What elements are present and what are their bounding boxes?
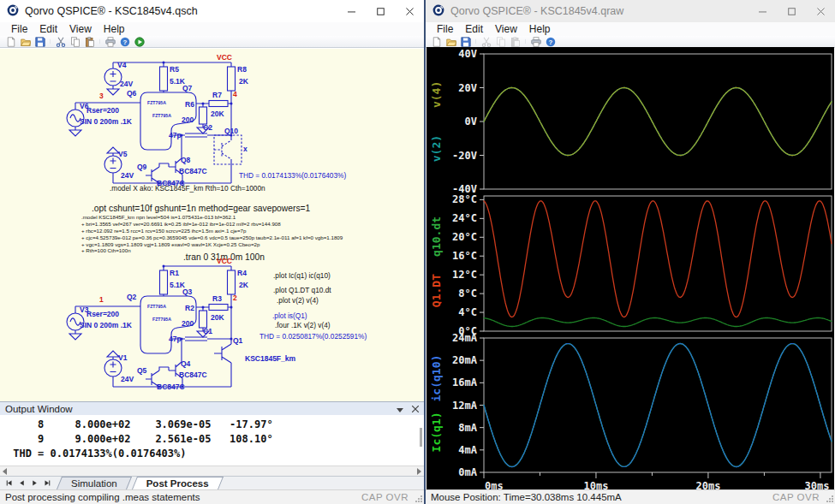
waveform-titlebar[interactable]: Qorvo QSPICE® - KSC1845v4.qraw [426,0,835,22]
schematic-label-bc847c[interactable]: BC847C [179,371,207,379]
tab-prev-icon[interactable] [15,478,27,489]
schematic-label-q9[interactable]: Q9 [137,163,147,171]
print-icon[interactable] [103,36,117,47]
new-document-icon[interactable] [429,36,444,47]
schematic-label-q10[interactable]: Q10 [224,127,238,135]
schematic-label-2k[interactable]: 2K [239,77,249,86]
legend-v-4[interactable]: v(4) [430,81,443,108]
schematic-label-q2[interactable]: Q2 [127,293,137,301]
schematic-label-r1[interactable]: R1 [170,269,179,277]
schematic-label-cjc-4-525739e-012-pe-0-36-pc[interactable]: + cjc=4.525739e-012 pe=0.36 pc=0.3659045… [81,234,343,240]
schematic-label-q1[interactable]: Q1 [233,336,243,345]
schematic-label-q7[interactable]: Q7 [182,84,193,92]
schematic-label-vgc-1-1809-vgs-1-1809-vgj-1-[interactable]: + vgc=1.1809 vgs=1.1809 vgj=1.1809 exavl… [81,241,260,247]
schematic-label-ksc1845f-km[interactable]: KSC1845F_km [245,354,296,363]
schematic-label-thd-0-0250817-0-0252591[interactable]: THD = 0.0250817%(0.0252591%) [259,332,367,341]
output-dropdown-icon[interactable] [397,404,403,414]
paste-icon[interactable] [82,36,97,47]
schematic-label-47p[interactable]: 47p [169,131,182,139]
menu-edit[interactable]: Edit [33,23,63,35]
schematic-label-q6[interactable]: Q6 [127,89,137,98]
legend-v-2[interactable]: v(2) [430,135,443,162]
schematic-label-fzt795a[interactable]: FZT795A [152,317,171,322]
schematic-label-q5[interactable]: Q5 [137,366,147,375]
schematic-label-2[interactable]: 2 [233,294,237,302]
plot-box-2[interactable] [484,196,832,331]
menu-view[interactable]: View [489,23,523,35]
schematic-label-v1[interactable]: V1 [118,353,128,362]
help-icon[interactable]: ? [117,36,132,47]
schematic-label-r2[interactable]: R2 [185,304,194,312]
schematic-label-20k[interactable]: 20K [211,110,224,118]
schematic-label-bc847c[interactable]: BC847C [179,167,207,175]
schematic-label-r6[interactable]: R6 [185,100,194,109]
schematic-label-20k[interactable]: 20K [211,313,224,322]
plot-box-1[interactable] [484,54,832,189]
minimize-button[interactable] [748,0,777,22]
schematic-label-fzt795a[interactable]: FZT795A [147,304,166,309]
legend-q1-dt[interactable]: Q1.DT [430,274,443,307]
schematic-label-24v[interactable]: 24V [120,80,133,88]
schematic-label-2k[interactable]: 2K [239,281,249,289]
schematic-titlebar[interactable]: Qorvo QSPICE® - KSC1845v4.qsch [0,0,424,22]
schematic-label-q8[interactable]: Q8 [181,156,191,164]
close-button[interactable] [395,0,424,22]
schematic-label-24v[interactable]: 24V [121,171,134,180]
schematic-label-200[interactable]: 200 [182,319,194,328]
schematic-label-q3[interactable]: Q3 [182,288,193,296]
resize-grip[interactable] [415,495,422,502]
tab-last-icon[interactable] [41,478,53,489]
open-folder-icon[interactable] [444,36,458,47]
menu-view[interactable]: View [63,23,98,35]
schematic-label-fzt795a[interactable]: FZT795A [152,113,171,118]
tab-post-process[interactable]: Post Process [134,477,221,489]
schematic-label-1[interactable]: 1 [99,295,104,304]
new-document-icon[interactable] [3,36,18,47]
schematic-label-bri-1-3565-vef-267-ver-20-66[interactable]: + bri=1.3565 vef=267 ver=20.6691 ik=0.25… [81,221,281,227]
schematic-label-model-ksc1845f-km-npn-level-[interactable]: .model KSC1845F_km npn level=504 is=1.07… [81,214,236,220]
schematic-label-r4[interactable]: R4 [237,269,247,277]
schematic-canvas[interactable]: V424VR55.1KVCCR82KQ7Q6FZT795AFZT795A3V6R… [0,49,424,401]
cut-icon[interactable] [53,36,68,47]
close-button[interactable] [806,0,835,22]
legend-ic-q10[interactable]: ic(q10) [430,355,443,402]
tab-first-icon[interactable] [3,478,15,489]
schematic-label-rth-100-cth-100n[interactable]: + Rth=100 Cth=100n [81,247,131,253]
schematic-label-r5[interactable]: R5 [170,65,179,74]
schematic-label-c2[interactable]: C2 [203,123,212,132]
menu-file[interactable]: File [5,23,33,35]
menu-help[interactable]: Help [98,23,131,35]
save-icon[interactable] [33,36,47,47]
schematic-label-v5[interactable]: V5 [118,150,128,158]
maximize-button[interactable] [777,0,806,22]
maximize-button[interactable] [366,0,395,22]
schematic-label-vcc[interactable]: VCC [217,257,232,265]
schematic-label-rser-200[interactable]: Rser=200 [86,310,119,318]
legend-ic-q1[interactable]: Ic(q1) [430,412,443,452]
run-icon[interactable] [132,36,146,47]
schematic-label-x[interactable]: x [243,145,248,153]
schematic-label-r8[interactable]: R8 [237,65,247,74]
schematic-label-thd-0-0174133-0-0176403[interactable]: THD = 0.0174133%(0.0176403%) [239,171,346,180]
schematic-label-47p[interactable]: 47p [169,335,182,343]
schematic-label-opt-cshunt-10f-gshunt-1n-met[interactable]: .opt cshunt=10f gshunt=1n method=gear sa… [92,204,311,213]
minimize-button[interactable] [337,0,366,22]
output-log[interactable]: 8 8.000e+02 3.069e-05 -17.97° 9 9.000e+0… [0,415,424,465]
schematic-label-24v[interactable]: 24V [121,375,134,383]
schematic-label-rbc-12-092-re-1-5-rcc-1-rcv-[interactable]: + rbc=12.092 re=1.5 rcc=1 rcv=150 scrcv=… [81,228,247,234]
print-icon[interactable] [528,36,543,47]
schematic-label-q4[interactable]: Q4 [181,359,191,368]
schematic-label-r3[interactable]: R3 [212,294,222,303]
scroll-right-icon[interactable] [415,468,422,475]
schematic-label-plot-v-2-v-4[interactable]: .plot v(2) v(4) [277,296,319,305]
legend-q10-dt[interactable]: q10.dt [430,216,443,257]
menu-help[interactable]: Help [523,23,557,35]
save-icon[interactable] [458,36,473,47]
schematic-label-4[interactable]: 4 [233,90,237,98]
schematic-label-200[interactable]: 200 [182,116,194,124]
resize-grip[interactable] [826,495,833,502]
tab-next-icon[interactable] [28,478,40,489]
open-folder-icon[interactable] [18,36,33,47]
schematic-label-sin-0-200m-1k[interactable]: SIN 0 200m .1K [80,321,133,329]
tab-simulation[interactable]: Simulation [59,477,129,489]
